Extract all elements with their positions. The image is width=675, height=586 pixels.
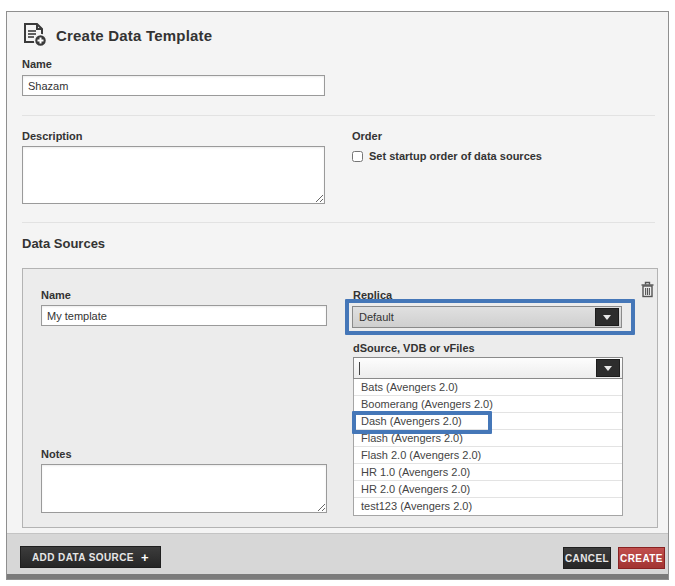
order-label: Order <box>352 130 382 142</box>
startup-order-checkbox[interactable] <box>352 151 363 162</box>
add-data-source-button[interactable]: ADD DATA SOURCE+ <box>20 546 161 568</box>
plus-icon: + <box>141 550 149 565</box>
chevron-down-icon[interactable] <box>596 359 620 377</box>
dropdown-option[interactable]: test123 (Avengers 2.0) <box>354 498 622 515</box>
description-label: Description <box>22 130 83 142</box>
dropdown-option[interactable]: Boomerang (Avengers 2.0) <box>354 396 622 413</box>
dropdown-option[interactable]: Flash (Avengers 2.0) <box>354 430 622 447</box>
notes-textarea[interactable] <box>41 464 327 513</box>
source-name-label: Name <box>41 289 71 301</box>
add-data-source-label: ADD DATA SOURCE <box>32 552 134 563</box>
replica-selected-value: Default <box>353 311 595 323</box>
name-label: Name <box>22 58 52 70</box>
divider <box>22 222 655 223</box>
dropdown-option[interactable]: Flash 2.0 (Avengers 2.0) <box>354 447 622 464</box>
document-add-icon <box>21 22 48 48</box>
dropdown-option[interactable]: Dash (Avengers 2.0) <box>354 413 622 430</box>
dsource-combobox[interactable] <box>353 357 623 379</box>
trash-icon[interactable] <box>640 281 655 298</box>
replica-select[interactable]: Default <box>352 306 622 328</box>
description-textarea[interactable] <box>22 146 325 204</box>
data-source-card: Name Notes Replica Default dSource, VDB … <box>22 268 658 528</box>
notes-label: Notes <box>41 448 72 460</box>
create-data-template-dialog: Create Data Template Name Description Or… <box>6 11 669 580</box>
dsource-dropdown-list: Bats (Avengers 2.0)Boomerang (Avengers 2… <box>353 379 623 516</box>
chevron-down-icon[interactable] <box>595 308 619 326</box>
source-name-input[interactable] <box>41 305 327 326</box>
replica-annotation-box: Default <box>345 299 635 335</box>
dialog-title: Create Data Template <box>56 27 212 44</box>
dialog-bottom-edge <box>7 574 668 579</box>
dropdown-option[interactable]: HR 1.0 (Avengers 2.0) <box>354 464 622 481</box>
dropdown-option[interactable]: Bats (Avengers 2.0) <box>354 379 622 396</box>
startup-order-checkbox-label: Set startup order of data sources <box>369 150 542 162</box>
cancel-button[interactable]: CANCEL <box>563 547 611 569</box>
dialog-header: Create Data Template <box>21 22 212 48</box>
dsource-label: dSource, VDB or vFiles <box>353 342 475 354</box>
text-caret <box>359 362 360 375</box>
startup-order-checkbox-row[interactable]: Set startup order of data sources <box>352 150 542 162</box>
name-input[interactable] <box>22 75 325 96</box>
dropdown-option[interactable]: HR 2.0 (Avengers 2.0) <box>354 481 622 498</box>
divider <box>22 115 655 116</box>
create-button[interactable]: CREATE <box>618 547 665 569</box>
data-sources-heading: Data Sources <box>22 236 105 251</box>
